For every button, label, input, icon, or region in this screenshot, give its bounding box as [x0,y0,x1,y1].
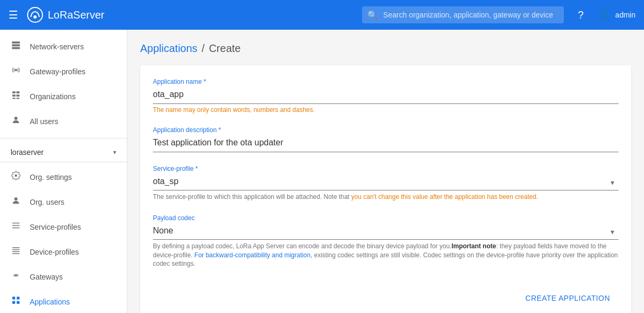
applications-icon [11,295,21,308]
sidebar-item-device-profiles[interactable]: Device-profiles [0,239,127,264]
service-profile-label: Service-profile * [153,165,619,172]
service-profile-select-wrapper: ota_sp ▾ [153,175,619,190]
server-icon [11,40,21,53]
svg-rect-9 [16,94,20,97]
svg-rect-23 [17,297,20,299]
app-desc-input[interactable] [153,136,619,152]
app-name-hint: The name may only contain words, numbers… [153,106,619,114]
service-profile-select[interactable]: ota_sp [153,175,619,190]
service-profile-hint-text: The service-profile to which this applic… [153,193,351,201]
user-icon: 👤 [598,8,611,21]
svg-rect-8 [12,94,15,97]
svg-rect-3 [12,45,20,47]
org-selector[interactable]: loraserver ▾ [0,143,127,162]
sidebar-label-network-servers: Network-servers [30,42,84,51]
users-icon [11,115,21,127]
search-input[interactable] [362,6,564,23]
sidebar-label-gateway-profiles: Gateway-profiles [30,67,85,76]
svg-point-1 [33,15,37,19]
organizations-icon [11,90,21,102]
svg-point-13 [14,197,18,201]
svg-point-12 [14,117,18,120]
sidebar-label-org-users: Org. users [30,198,64,206]
svg-point-21 [15,274,18,277]
logo: LoRaServer [27,6,105,23]
svg-point-5 [15,69,18,72]
breadcrumb-applications-link[interactable]: Applications [140,42,198,55]
sidebar-item-all-users[interactable]: All users [0,109,127,134]
sidebar-label-all-users: All users [30,117,58,126]
svg-rect-10 [12,98,15,99]
breadcrumb: Applications / Create [140,42,631,55]
sidebar-item-org-users[interactable]: Org. users [0,189,127,214]
service-profile-hint: The service-profile to which this applic… [153,193,619,202]
sidebar-item-org-settings[interactable]: Org. settings [0,164,127,189]
app-name-input[interactable] [153,88,619,104]
payload-codec-select-wrapper: None ▾ [153,224,619,240]
payload-hint-text1: By defining a payload codec, LoRa App Se… [153,242,451,250]
sidebar-divider-1 [0,138,127,138]
org-users-icon [11,196,21,208]
svg-rect-24 [12,301,15,304]
svg-rect-4 [12,47,20,49]
breadcrumb-current: Create [209,42,241,55]
sidebar-item-network-servers[interactable]: Network-servers [0,34,127,59]
payload-hint-bold: Important note [451,242,496,250]
breadcrumb-separator: / [202,42,205,55]
service-profiles-icon [11,221,21,233]
form-actions: CREATE APPLICATION [153,281,619,307]
svg-point-0 [28,7,42,22]
sidebar-label-device-profiles: Device-profiles [30,248,79,256]
svg-rect-2 [12,41,20,44]
gateway-profiles-icon [11,65,21,77]
payload-hint-link[interactable]: For backward-compatibility and migration [194,251,311,259]
org-name: loraserver [11,148,113,156]
sidebar-item-gateway-profiles[interactable]: Gateway-profiles [0,59,127,84]
app-name-field: Application name * The name may only con… [153,78,619,114]
app-desc-field: Application description * [153,126,619,152]
sidebar: Network-servers Gateway-profiles Organiz… [0,30,127,313]
sidebar-label-applications: Applications [30,298,70,306]
content-area: Applications / Create Application name *… [127,30,644,313]
svg-rect-6 [12,91,15,93]
search-wrapper: 🔍 [362,6,564,23]
gateways-icon [11,271,21,283]
payload-hint: By defining a payload codec, LoRa App Se… [153,242,619,268]
create-application-button[interactable]: CREATE APPLICATION [517,290,619,307]
app-desc-label: Application description * [153,126,619,134]
svg-rect-25 [17,301,20,304]
menu-icon[interactable]: ☰ [8,8,18,21]
logo-icon [27,6,44,23]
payload-codec-field: Payload codec None ▾ By defining a paylo… [153,214,619,268]
sidebar-item-gateways[interactable]: Gateways [0,264,127,289]
svg-rect-7 [16,91,20,93]
svg-rect-22 [12,297,15,299]
payload-codec-select[interactable]: None [153,224,619,240]
sidebar-label-gateways: Gateways [30,273,63,281]
main-layout: Network-servers Gateway-profiles Organiz… [0,30,644,313]
service-profile-hint-highlight: you can't change this value after the ap… [351,193,538,201]
payload-codec-label: Payload codec [153,214,619,222]
org-settings-icon [11,171,21,183]
sidebar-item-organizations[interactable]: Organizations [0,84,127,109]
device-profiles-icon [11,246,21,258]
navbar-right: ? 👤 admin [572,6,636,23]
sidebar-label-service-profiles: Service-profiles [30,223,81,231]
user-menu[interactable]: 👤 admin [598,8,636,21]
sidebar-item-service-profiles[interactable]: Service-profiles [0,214,127,239]
svg-rect-11 [16,98,20,99]
sidebar-label-org-settings: Org. settings [30,173,72,181]
username-label: admin [615,11,636,19]
app-name-label: Application name * [153,78,619,85]
form-card: Application name * The name may only con… [140,65,631,313]
sidebar-item-applications[interactable]: Applications [0,289,127,313]
help-button[interactable]: ? [572,6,589,23]
logo-text: LoRaServer [48,9,105,21]
service-profile-field: Service-profile * ota_sp ▾ The service-p… [153,165,619,202]
navbar: ☰ LoRaServer 🔍 ? 👤 admin [0,0,644,30]
org-arrow-icon: ▾ [113,149,116,156]
sidebar-label-organizations: Organizations [30,92,75,101]
